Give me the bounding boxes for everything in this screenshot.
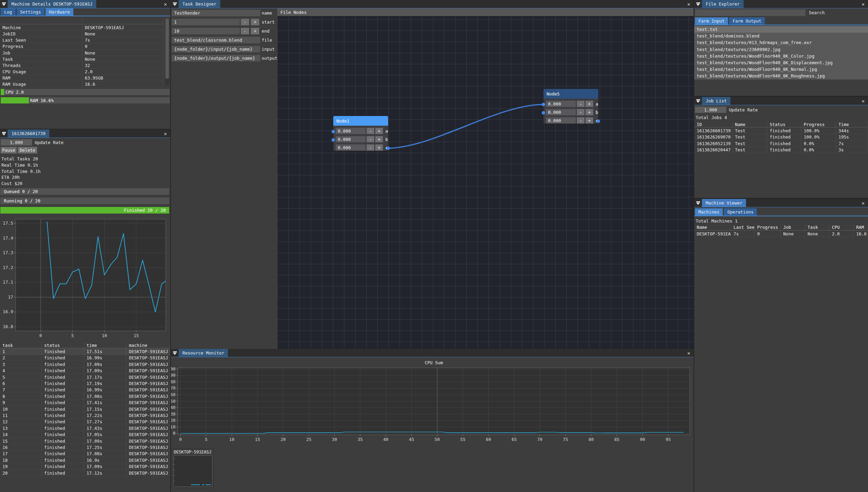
table-row[interactable]: DESKTOP-591EASJ7s0NoneNone2.016.6 <box>694 231 868 237</box>
table-row[interactable]: 19finished17.09sDESKTOP-591EASJ <box>0 463 170 469</box>
table-row[interactable]: TaskNone <box>0 56 163 62</box>
tab-machines[interactable]: Machines <box>695 208 723 216</box>
table-row[interactable]: 10finished17.15sDESKTOP-591EASJ <box>0 406 170 412</box>
cpu-sum-chart[interactable]: 0510152025303540455055606570758085909501… <box>171 357 694 446</box>
file-item[interactable]: test_blend/textures/013_hdrmaps_com_free… <box>694 39 868 46</box>
table-row[interactable]: 1613626269070Testfinished100.0%195s <box>694 134 867 140</box>
table-cell: 4 <box>0 368 42 374</box>
window-title[interactable]: Task Designer <box>179 0 220 8</box>
tab-hardware[interactable]: Hardware <box>46 8 73 16</box>
scrollbar[interactable] <box>165 18 169 85</box>
table-row[interactable]: Progress0 <box>0 43 163 50</box>
window-title[interactable]: Job List <box>702 97 730 105</box>
table-row[interactable]: 15finished17.09sDESKTOP-591EASJ <box>0 438 170 444</box>
table-row[interactable]: JobNone <box>0 50 163 56</box>
update-rate-input[interactable]: 1.000 <box>1 139 32 145</box>
window-title[interactable]: 1613626601739 <box>8 130 49 137</box>
pause-button[interactable]: Pause <box>1 147 17 153</box>
close-icon[interactable]: ✕ <box>162 130 169 137</box>
table-row[interactable]: Last Seen7s <box>0 37 163 43</box>
file-item[interactable]: test_blend/textures/WoodFloor040_8K_Roug… <box>694 73 868 79</box>
task-times-chart[interactable]: 05101517.517.417.317.217.11716.916.8 <box>0 216 170 341</box>
table-row[interactable]: 5finished17.17sDESKTOP-591EASJ <box>0 374 170 380</box>
output-pin[interactable] <box>597 119 600 123</box>
table-row[interactable]: 1finished17.51sDESKTOP-591EASJ <box>0 348 170 355</box>
close-icon[interactable]: ✕ <box>859 0 867 8</box>
table-row[interactable]: 8finished17.08sDESKTOP-591EASJ <box>0 393 170 399</box>
field-start-input[interactable]: 1 <box>172 19 240 25</box>
machine-thumbnail[interactable]: DESKTOP-591EASJ <box>172 449 214 488</box>
field-end-input[interactable]: 10 <box>172 28 240 34</box>
tab-log[interactable]: Log <box>1 8 16 16</box>
file-item[interactable]: test_blend/textures/WoodFloor040_8K_Colo… <box>694 53 868 59</box>
collapse-button[interactable] <box>171 0 179 8</box>
table-row[interactable]: 4finished17.09sDESKTOP-591EASJ <box>0 368 170 374</box>
close-icon[interactable]: ✕ <box>859 97 867 105</box>
window-title[interactable]: Machine Details DESKTOP-591EASJ <box>8 0 96 8</box>
table-row[interactable]: 7finished16.99sDESKTOP-591EASJ <box>0 387 170 393</box>
table-row[interactable]: 2finished16.99sDESKTOP-591EASJ <box>0 355 170 361</box>
window-title[interactable]: Machine Viewer <box>702 199 746 207</box>
table-cell: DESKTOP-591EASJ <box>126 470 170 476</box>
plus-button[interactable]: + <box>251 19 259 25</box>
input-pin[interactable] <box>542 111 545 115</box>
table-row[interactable]: 18finished16.9sDESKTOP-591EASJ <box>0 457 170 463</box>
tab-settings[interactable]: Settings <box>17 8 44 16</box>
table-row[interactable]: 11finished17.22sDESKTOP-591EASJ <box>0 412 170 418</box>
table-row[interactable]: 20finished17.12sDESKTOP-591EASJ <box>0 470 170 476</box>
table-row[interactable]: 13finished17.43sDESKTOP-591EASJ <box>0 425 170 431</box>
collapse-button[interactable] <box>694 199 702 207</box>
table-row[interactable]: 12finished17.27sDESKTOP-591EASJ <box>0 419 170 425</box>
update-rate-input[interactable]: 1.000 <box>695 107 726 113</box>
tab-operations[interactable]: Operations <box>724 208 757 216</box>
field-file-input[interactable]: test_blend/classroom.blend <box>172 37 260 43</box>
file-item[interactable]: test_blend/textures/23609902.jpg <box>694 46 868 53</box>
close-icon[interactable]: ✕ <box>859 199 867 207</box>
minus-button[interactable]: - <box>241 19 249 25</box>
delete-button[interactable]: Delete <box>18 147 37 153</box>
field-output-input[interactable]: {node_folder}/output/{job_name} <box>172 55 260 61</box>
table-row[interactable]: RAM Usage16.6 <box>0 81 163 87</box>
tab-farm-input[interactable]: Farm Input <box>695 17 728 25</box>
input-pin[interactable] <box>542 103 545 106</box>
table-row[interactable]: 16finished17.25sDESKTOP-591EASJ <box>0 444 170 450</box>
window-title[interactable]: Resource Monitor <box>179 349 228 357</box>
input-pin[interactable] <box>331 130 335 133</box>
search-input[interactable] <box>695 9 805 16</box>
file-nodes-editor[interactable]: File Nodes Node10.000-+a0.000-+b0.000-+c… <box>277 8 694 349</box>
field-name-input[interactable]: TestRender <box>172 10 260 16</box>
table-row[interactable]: 1613626052139Testfinished0.0%7s <box>694 140 867 147</box>
file-item[interactable]: test_blend/textures/WoodFloor040_8K_Disp… <box>694 59 868 66</box>
collapse-button[interactable] <box>0 0 8 8</box>
window-title[interactable]: File Explorer <box>702 0 744 8</box>
table-row[interactable]: 1613626601739Testfinished100.0%344s <box>694 127 867 134</box>
file-item[interactable]: test.txt <box>694 26 868 33</box>
collapse-button[interactable] <box>171 349 179 357</box>
collapse-button[interactable] <box>0 130 8 137</box>
close-icon[interactable]: ✕ <box>685 0 693 8</box>
table-row[interactable]: MachineDESKTOP-591EASJ <box>0 24 163 31</box>
close-icon[interactable]: ✕ <box>162 0 169 8</box>
input-pin[interactable] <box>331 138 335 142</box>
collapse-button[interactable] <box>694 0 702 8</box>
close-icon[interactable]: ✕ <box>685 349 693 357</box>
table-cell: 0.0% <box>801 140 836 147</box>
table-row[interactable]: 14finished17.05sDESKTOP-591EASJ <box>0 431 170 437</box>
collapse-button[interactable] <box>694 97 702 105</box>
table-row[interactable]: 9finished17.41sDESKTOP-591EASJ <box>0 400 170 406</box>
minus-button[interactable]: - <box>241 28 249 34</box>
field-input-input[interactable]: {node_folder}/input/{job_name} <box>172 46 260 52</box>
tab-farm-output[interactable]: Farm Output <box>729 17 765 25</box>
table-row[interactable]: 3finished17.09sDESKTOP-591EASJ <box>0 361 170 367</box>
table-row[interactable]: 1613626020447Testfinished0.0%3s <box>694 147 867 153</box>
plus-button[interactable]: + <box>251 28 259 34</box>
table-row[interactable]: 17finished17.08sDESKTOP-591EASJ <box>0 451 170 457</box>
output-pin[interactable] <box>386 147 390 150</box>
file-item[interactable]: test_blend/textures/WoodFloor040_8K_Norm… <box>694 66 868 73</box>
file-item[interactable]: test_blend/dominos.blend <box>694 33 868 39</box>
table-row[interactable]: 6finished17.19sDESKTOP-591EASJ <box>0 380 170 386</box>
table-row[interactable]: RAM63.95GB <box>0 75 163 81</box>
table-row[interactable]: CPU Usage2.0 <box>0 69 163 75</box>
table-row[interactable]: Threads32 <box>0 62 163 68</box>
table-row[interactable]: JobIDNone <box>0 31 163 37</box>
